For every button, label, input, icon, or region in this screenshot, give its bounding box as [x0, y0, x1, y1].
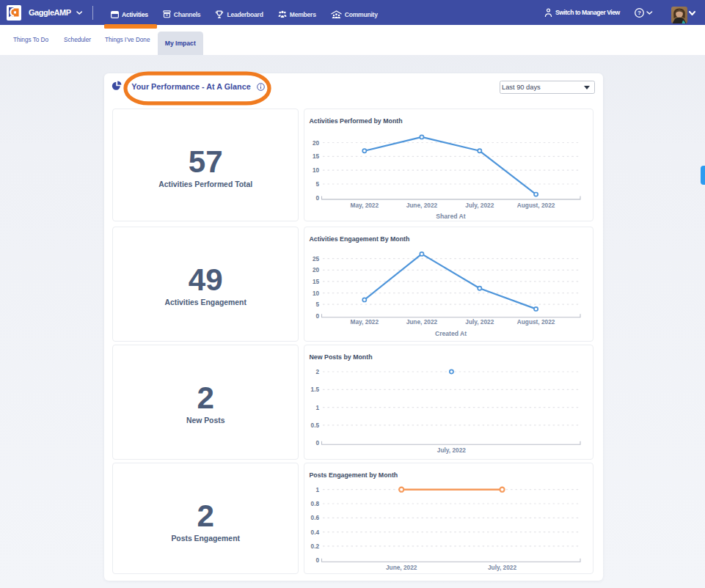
svg-text:0.6: 0.6: [311, 515, 320, 521]
svg-text:Activities Engagement By Month: Activities Engagement By Month: [309, 235, 409, 243]
svg-text:10: 10: [313, 290, 320, 297]
svg-text:5: 5: [315, 301, 319, 308]
svg-text:0: 0: [315, 195, 319, 202]
svg-text:0.8: 0.8: [311, 501, 320, 507]
svg-text:May, 2022: May, 2022: [350, 202, 379, 209]
svg-text:0.2: 0.2: [311, 543, 320, 550]
svg-text:Activities Performed by Month: Activities Performed by Month: [309, 117, 402, 125]
svg-text:0.4: 0.4: [311, 529, 320, 536]
svg-text:July, 2022: July, 2022: [437, 446, 466, 454]
svg-text:Shared At: Shared At: [436, 213, 465, 220]
svg-text:1.5: 1.5: [311, 386, 320, 393]
svg-text:1: 1: [315, 487, 319, 493]
svg-text:August, 2022: August, 2022: [517, 202, 555, 209]
svg-text:June, 2022: June, 2022: [386, 564, 417, 571]
svg-text:0: 0: [315, 313, 319, 320]
svg-text:1: 1: [315, 405, 319, 411]
svg-text:0: 0: [315, 557, 319, 564]
svg-text:20: 20: [313, 140, 320, 147]
svg-text:0.5: 0.5: [311, 422, 320, 429]
svg-text:July, 2022: July, 2022: [488, 564, 516, 571]
svg-text:20: 20: [313, 267, 320, 273]
svg-text:15: 15: [313, 279, 320, 285]
svg-text:May, 2022: May, 2022: [350, 318, 379, 326]
svg-text:10: 10: [313, 167, 320, 174]
svg-text:July, 2022: July, 2022: [465, 202, 494, 209]
svg-text:2: 2: [315, 369, 319, 375]
svg-text:June, 2022: June, 2022: [406, 202, 438, 209]
svg-text:25: 25: [313, 256, 320, 262]
svg-text:15: 15: [313, 153, 320, 160]
svg-text:Posts Engagement by Month: Posts Engagement by Month: [309, 471, 398, 479]
svg-text:0: 0: [315, 440, 319, 446]
svg-text:New Posts by Month: New Posts by Month: [309, 353, 372, 361]
svg-text:?: ?: [638, 10, 641, 16]
svg-text:5: 5: [315, 181, 319, 188]
svg-text:July, 2022: July, 2022: [465, 318, 494, 326]
svg-text:June, 2022: June, 2022: [406, 318, 438, 326]
svg-text:August, 2022: August, 2022: [517, 318, 555, 326]
svg-text:Created At: Created At: [435, 330, 467, 337]
